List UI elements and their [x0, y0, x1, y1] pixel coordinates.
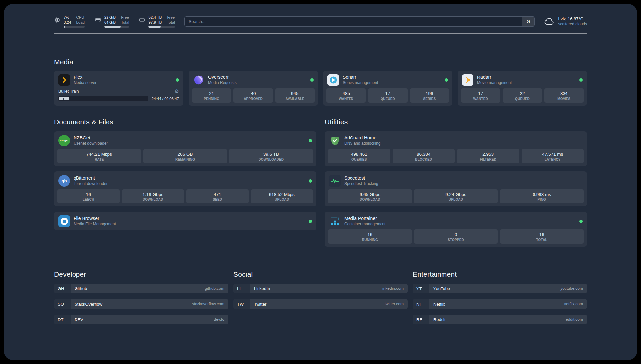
weather-widget: Lviv, 16.87°C scattered clouds: [544, 16, 587, 27]
service-stats: 485 WANTED 17 QUEUED 196 SERIES: [326, 88, 449, 103]
stat-value: 485: [327, 91, 365, 96]
bookmark-item[interactable]: YT YouTube youtube.com: [413, 284, 587, 293]
stat-tile: 17 QUEUED: [368, 88, 407, 103]
status-dot: [310, 78, 314, 82]
service-card-portainer[interactable]: Media Portainer Container management 16 …: [325, 212, 587, 247]
service-name: qBittorrent: [74, 175, 107, 181]
bookmark-url: twitter.com: [385, 302, 404, 306]
service-subtitle: Speedtest Tracking: [344, 181, 378, 186]
stat-value: 498,461: [329, 152, 390, 157]
bookmark-name: DEV: [75, 317, 83, 322]
service-card-radarr[interactable]: Radarr Movie management 17 WANTED 22: [458, 71, 587, 106]
bookmark-item[interactable]: SO StackOverflow stackoverflow.com: [54, 299, 228, 309]
service-subtitle: DNS and adblocking: [344, 141, 380, 146]
bookmark-abbr: LI: [233, 284, 250, 293]
service-card-qbittorrent[interactable]: qb qBittorrent Torrent downloader 16 LEE…: [54, 171, 316, 206]
service-stats: 17 WANTED 22 QUEUED 834 MOVIES: [461, 88, 584, 103]
memory-total-label: Total: [121, 20, 129, 25]
bookmark-item[interactable]: NF Netflix netflix.com: [413, 299, 587, 309]
adguard-icon: [329, 135, 341, 146]
service-subtitle: Torrent downloader: [74, 181, 107, 186]
stat-tile: 21 PENDING: [192, 88, 231, 103]
overseerr-icon: [193, 74, 204, 86]
pause-button[interactable]: [59, 97, 69, 100]
stat-value: 834: [545, 91, 583, 96]
memory-widget: 22 GiB Free 64 GiB Total: [95, 15, 129, 28]
bookmark-name: LinkedIn: [254, 286, 270, 291]
service-card-sonarr[interactable]: Sonarr Series management 485 WANTED: [323, 71, 452, 106]
memory-icon: [95, 17, 101, 23]
service-stats: 21 PENDING 40 APPROVED 945 AVAILABLE: [192, 88, 315, 103]
playback-time: 24:44 / 02:06:47: [152, 97, 179, 101]
service-card-adguard[interactable]: AdGuard Home DNS and adblocking 498,461 …: [325, 131, 587, 166]
stat-label: RATE: [58, 158, 140, 161]
stat-tile: 16 LEECH: [57, 189, 120, 203]
service-subtitle: Series management: [343, 80, 378, 85]
bookmark-item[interactable]: DT DEV dev.to: [54, 315, 228, 324]
stat-label: UPLOAD: [415, 198, 497, 201]
stat-label: TOTAL: [501, 238, 583, 242]
service-card-nzbget[interactable]: nzbget NZBGet Usenet downloader 744.21 M…: [54, 131, 316, 166]
stat-value: 17: [369, 91, 407, 96]
search-input[interactable]: [185, 17, 522, 26]
stat-value: 16: [501, 232, 583, 237]
bookmark-url: github.com: [205, 286, 224, 291]
search-bar[interactable]: G: [184, 16, 535, 27]
bookmark-item[interactable]: RE Reddit reddit.com: [413, 315, 587, 324]
stat-tile: 0.993 ms PING: [500, 189, 584, 203]
stat-tile: 47.571 ms LATENCY: [522, 149, 584, 163]
stat-label: BLOCKED: [393, 158, 454, 161]
playback-progress-bar[interactable]: [58, 96, 148, 101]
stat-value: 9.24 Gbps: [415, 192, 497, 197]
service-card-overseerr[interactable]: Overseerr Media Requests 21 PENDING: [189, 71, 318, 106]
bookmark-item[interactable]: GH Github github.com: [54, 284, 228, 293]
bookmark-url: linkedin.com: [382, 286, 404, 291]
bookmark-abbr: SO: [54, 299, 71, 309]
stat-tile: 2,953 FILTERED: [457, 149, 519, 163]
bookmark-item[interactable]: LI LinkedIn linkedin.com: [233, 284, 408, 293]
bookmark-url: reddit.com: [565, 317, 583, 322]
stat-tile: 834 MOVIES: [544, 88, 584, 103]
search-provider-button[interactable]: G: [522, 17, 534, 26]
bookmark-item[interactable]: TW Twitter twitter.com: [233, 299, 408, 309]
service-card-plex[interactable]: Plex Media server Bullet Train ⚙ 24:44: [54, 71, 183, 106]
stat-value: 40: [234, 91, 272, 96]
stat-tile: 0 STOPPED: [414, 229, 498, 244]
portainer-icon: [329, 215, 341, 227]
stat-label: QUERIES: [329, 158, 390, 161]
bookmark-name: YouTube: [433, 286, 450, 291]
stat-value: 945: [276, 91, 314, 96]
stat-tile: 86,384 BLOCKED: [393, 149, 455, 163]
service-stats: 744.21 Mbps RATE 266 GB REMAINING 39.6 T…: [57, 149, 313, 163]
service-subtitle: Media server: [74, 80, 96, 85]
bookmark-abbr: YT: [413, 284, 429, 293]
bookmark-name: Reddit: [433, 317, 446, 322]
service-subtitle: Container management: [344, 222, 385, 227]
plex-now-playing: Bullet Train ⚙ 24:44 / 02:06:47: [57, 87, 180, 102]
cpu-usage: 7%: [64, 15, 71, 20]
service-subtitle: Media File Management: [74, 222, 116, 227]
qbittorrent-icon: qb: [58, 175, 70, 187]
service-name: Media Portainer: [344, 216, 385, 221]
service-card-filebrowser[interactable]: File Browser Media File Management: [54, 212, 316, 230]
service-name: AdGuard Home: [344, 135, 380, 141]
status-dot: [309, 139, 312, 142]
stat-label: LATENCY: [522, 158, 583, 161]
service-name: Radarr: [477, 75, 512, 80]
stat-label: WANTED: [327, 97, 365, 101]
cpu-progress-bar: [64, 26, 85, 28]
bookmark-group-entertainment: Entertainment YT YouTube youtube.com NF: [413, 270, 587, 330]
memory-free-label: Free: [121, 15, 129, 20]
bookmark-abbr: RE: [413, 315, 429, 324]
bookmark-url: netflix.com: [564, 302, 583, 306]
service-card-speedtest[interactable]: Speedtest Speedtest Tracking 9.65 Gbps D…: [325, 171, 587, 206]
disk-progress-bar: [148, 26, 175, 28]
disk-icon: [139, 17, 145, 23]
gear-icon[interactable]: ⚙: [175, 89, 179, 94]
service-name: Sonarr: [343, 75, 378, 80]
stat-tile: 22 QUEUED: [503, 88, 542, 103]
disk-free: 52.4 TB: [148, 15, 162, 20]
stat-value: 16: [58, 192, 119, 197]
cpu-widget: 7% CPU 3.24 Load: [54, 15, 85, 28]
section-bookmarks: Developer GH Github github.com SO: [54, 270, 587, 330]
